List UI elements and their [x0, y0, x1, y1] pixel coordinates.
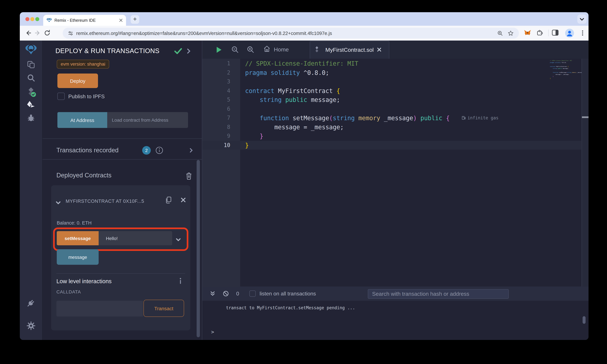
url-bar[interactable]: remix.ethereum.org/#lang=en&optimize=fal…	[63, 28, 519, 39]
minimap-line: pragma solidity ^0.8.0;	[549, 62, 581, 64]
extensions-puzzle-icon[interactable]	[536, 30, 543, 36]
code-line[interactable]: 5 string public message;	[202, 95, 581, 104]
zoom-out-icon[interactable]	[231, 46, 239, 55]
code-line[interactable]: 3	[202, 77, 581, 86]
browser-menu-icon[interactable]	[580, 30, 586, 36]
code-editor[interactable]: 1// SPDX-License-Identifier: MIT2pragma …	[202, 59, 589, 286]
close-file-tab-icon[interactable]	[377, 47, 384, 53]
transactions-count-badge: 2	[142, 146, 151, 155]
maximize-window-button[interactable]	[35, 17, 39, 21]
code-line[interactable]: 7 function setMessage(string memory _mes…	[202, 113, 581, 122]
remix-logo-icon[interactable]	[25, 43, 37, 56]
listen-all-checkbox[interactable]	[249, 290, 256, 297]
page-scrollbar-thumb[interactable]	[582, 117, 589, 118]
contract-collapse-chevron-icon[interactable]	[56, 200, 61, 206]
code-line[interactable]: 10}	[202, 141, 581, 150]
info-icon[interactable]	[155, 146, 163, 156]
deploy-button[interactable]: Deploy	[57, 74, 98, 88]
bookmark-star-icon[interactable]	[508, 30, 514, 36]
trash-icon[interactable]	[185, 172, 192, 181]
tab-myfirstcontract[interactable]: MyFirstContract.sol	[310, 41, 389, 59]
minimap-line: contract MyFirstContract {	[549, 65, 581, 68]
expand-args-chevron-icon[interactable]	[176, 237, 181, 243]
editor-minimap[interactable]: // SPDX-License-Identifier: MITpragma so…	[549, 60, 581, 79]
terminal-scrollbar-thumb[interactable]	[583, 316, 586, 324]
contract-instance-title[interactable]: MYFIRSTCONTRACT AT 0X10F...5	[66, 198, 144, 204]
code-line[interactable]: 1// SPDX-License-Identifier: MIT	[202, 59, 581, 68]
calldata-input[interactable]	[56, 301, 143, 316]
set-message-button[interactable]: setMessage	[57, 231, 99, 245]
panel-scrollbar[interactable]	[197, 160, 200, 337]
set-message-input[interactable]	[99, 231, 172, 245]
file-explorer-icon[interactable]	[27, 60, 35, 70]
minimap-line: }	[549, 76, 581, 78]
debugger-icon[interactable]	[27, 113, 35, 123]
code-line[interactable]: 8 message = _message;	[202, 122, 581, 131]
icon-sidebar	[20, 40, 42, 340]
back-icon[interactable]	[25, 30, 32, 36]
terminal-prompt[interactable]: >	[211, 329, 214, 335]
side-panel-icon[interactable]	[552, 30, 558, 36]
close-window-button[interactable]	[26, 17, 29, 21]
close-tab-icon[interactable]	[119, 17, 123, 23]
publish-ipfs-checkbox[interactable]	[57, 93, 65, 100]
browser-window: Remix - Ethereum IDE +	[20, 12, 589, 340]
profile-avatar[interactable]	[565, 29, 572, 35]
metamask-extension-icon[interactable]	[524, 30, 530, 36]
editor-scroll-rail[interactable]	[581, 59, 589, 286]
transact-button[interactable]: Transact	[144, 300, 184, 317]
run-script-icon[interactable]	[216, 46, 222, 55]
expand-terminal-icon[interactable]	[210, 291, 215, 296]
code-line[interactable]: 4contract MyFirstContract {	[202, 86, 581, 95]
editor-tab-bar: Home MyFirstContract.sol	[202, 40, 589, 59]
clear-console-icon[interactable]	[223, 290, 229, 297]
new-tab-button[interactable]: +	[131, 15, 139, 24]
solidity-compiler-icon[interactable]	[26, 87, 36, 99]
line-number: 8	[202, 124, 230, 130]
forward-icon[interactable]	[34, 30, 41, 36]
code-lines[interactable]: 1// SPDX-License-Identifier: MIT2pragma …	[202, 59, 581, 150]
terminal-log-line: transact to MyFirstContract.setMessage p…	[226, 305, 355, 310]
minimize-window-button[interactable]	[30, 17, 34, 21]
panel-title: DEPLOY & RUN TRANSACTIONS	[55, 47, 159, 55]
deploy-and-run-icon[interactable]	[26, 101, 36, 110]
terminal-search-input[interactable]	[368, 289, 509, 299]
evm-version-badge: evm version: shanghai	[57, 60, 109, 69]
panel-expand-chevron-icon[interactable]	[187, 49, 190, 55]
minimap-line	[549, 64, 581, 65]
minimap-line: }	[549, 78, 581, 79]
deployed-contracts-title: Deployed Contracts	[56, 172, 111, 179]
message-getter-button[interactable]: message	[57, 249, 99, 265]
browser-toolbar: remix.ethereum.org/#lang=en&optimize=fal…	[20, 26, 589, 40]
gas-estimate-annotation: infinite gas	[462, 113, 499, 122]
browser-tab[interactable]: Remix - Ethereum IDE	[43, 15, 126, 26]
code-line[interactable]: 6	[202, 104, 581, 113]
transactions-expand-chevron-icon[interactable]	[190, 148, 193, 154]
editor-region: Home MyFirstContract.sol 1// SPDX	[202, 40, 589, 340]
zoom-page-icon[interactable]	[497, 30, 503, 36]
search-icon[interactable]	[27, 74, 35, 83]
minimap-line: // SPDX-License-Identifier: MIT	[549, 60, 581, 62]
remix-favicon	[47, 17, 52, 24]
terminal-log[interactable]: transact to MyFirstContract.setMessage p…	[202, 301, 589, 340]
low-level-info-icon[interactable]	[179, 278, 182, 286]
tab-search-button[interactable]	[577, 14, 587, 24]
reload-icon[interactable]	[44, 30, 51, 36]
line-number: 6	[202, 106, 230, 112]
at-address-button[interactable]: At Address	[57, 112, 107, 128]
minimap-line	[549, 70, 581, 72]
publish-ipfs-label: Publish to IPFS	[68, 94, 105, 100]
copy-address-icon[interactable]	[165, 196, 172, 205]
url-text[interactable]: remix.ethereum.org/#lang=en&optimize=fal…	[76, 30, 497, 36]
at-address-input[interactable]	[107, 112, 188, 128]
tab-home[interactable]: Home	[263, 40, 289, 59]
code-line[interactable]: 2pragma solidity ^0.8.0;	[202, 68, 581, 77]
toolbar-separator	[548, 30, 549, 36]
minimap-line: string public message;	[549, 68, 581, 70]
plugin-manager-icon[interactable]	[26, 298, 36, 309]
site-settings-icon[interactable]	[68, 30, 74, 36]
remove-contract-icon[interactable]	[181, 197, 186, 204]
settings-gear-icon[interactable]	[26, 321, 36, 332]
code-line[interactable]: 9 }	[202, 131, 581, 141]
zoom-in-icon[interactable]	[247, 46, 254, 55]
